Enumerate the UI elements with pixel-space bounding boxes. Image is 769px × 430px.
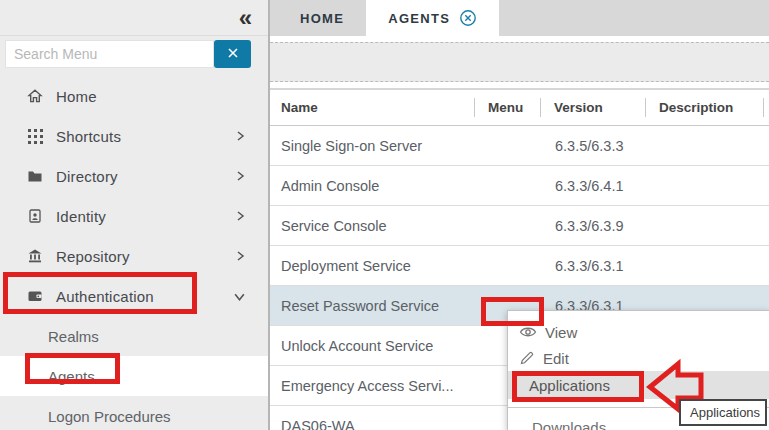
sidebar-item-logon-procedures[interactable]: Logon Procedures: [0, 396, 268, 430]
agent-name: Reset Password Service: [270, 298, 474, 314]
context-menu-label: Downloads: [532, 419, 606, 430]
context-menu-item-edit[interactable]: Edit: [508, 345, 769, 371]
app-window: « Home Shortcuts: [0, 0, 769, 430]
grid-icon: [27, 128, 43, 144]
tooltip: Applications: [679, 399, 767, 426]
annotation-box-authentication: [3, 272, 197, 314]
tab-bar: HOME AGENTS: [270, 0, 769, 36]
agent-version: 6.3.3/6.3.9: [540, 218, 769, 234]
chevron-down-icon: [233, 290, 246, 303]
column-header-menu[interactable]: Menu: [474, 90, 540, 125]
tab-agents[interactable]: AGENTS: [366, 0, 499, 36]
sidebar-item-label: Repository: [56, 248, 221, 265]
tooltip-text: Applications: [690, 405, 760, 420]
agent-name: Emergency Access Servi...: [270, 378, 474, 394]
column-header-name[interactable]: Name: [270, 90, 474, 125]
sidebar-item-repository[interactable]: Repository: [0, 236, 268, 276]
column-header-spacer: [763, 90, 769, 125]
agent-name: Admin Console: [270, 178, 474, 194]
sidebar-item-label: Identity: [56, 208, 221, 225]
bank-icon: [27, 248, 43, 264]
folder-icon: [27, 168, 43, 184]
chevron-right-icon: [234, 130, 246, 142]
annotation-box-agents: [25, 353, 120, 384]
tab-label: HOME: [300, 11, 344, 26]
column-header-description[interactable]: Description: [645, 90, 763, 125]
agent-name: Single Sign-on Server: [270, 138, 474, 154]
context-menu-item-view[interactable]: View: [508, 319, 769, 345]
annotation-box-row-menu: [481, 297, 544, 326]
chevron-right-icon: [234, 210, 246, 222]
sidebar-item-label: Shortcuts: [56, 128, 221, 145]
context-menu-label: Edit: [543, 350, 569, 367]
id-badge-icon: [27, 208, 43, 224]
agent-name: Service Console: [270, 218, 474, 234]
sidebar-item-directory[interactable]: Directory: [0, 156, 268, 196]
agent-name: DAS06-WA: [270, 418, 474, 430]
table-header: Name Menu Version Description: [270, 88, 769, 126]
sidebar-item-label: Directory: [56, 168, 221, 185]
tab-home[interactable]: HOME: [278, 0, 366, 36]
chevron-right-icon: [234, 170, 246, 182]
clear-search-button[interactable]: [214, 40, 251, 68]
context-menu-label: View: [545, 324, 577, 341]
sidebar-item-home[interactable]: Home: [0, 76, 268, 116]
table-row[interactable]: Service Console 6.3.3/6.3.9: [270, 206, 769, 246]
sidebar-item-identity[interactable]: Identity: [0, 196, 268, 236]
annotation-box-applications: [512, 371, 644, 402]
collapse-sidebar-icon[interactable]: «: [239, 2, 252, 34]
sidebar-header: «: [0, 0, 268, 36]
close-icon: [227, 47, 239, 59]
table-row[interactable]: Deployment Service 6.3.3/6.3.1: [270, 246, 769, 286]
eye-icon: [519, 325, 537, 339]
table-row[interactable]: Single Sign-on Server 6.3.5/6.3.3: [270, 126, 769, 166]
column-header-version[interactable]: Version: [540, 90, 645, 125]
sidebar-item-realms[interactable]: Realms: [0, 316, 268, 356]
close-tab-icon[interactable]: [459, 9, 477, 27]
table-row[interactable]: Admin Console 6.3.3/6.4.1: [270, 166, 769, 206]
sidebar-subitem-label: Logon Procedures: [48, 408, 171, 425]
tab-label: AGENTS: [388, 11, 450, 26]
sidebar-subitem-label: Realms: [48, 328, 99, 345]
toolbar: [270, 42, 769, 82]
agent-name: Deployment Service: [270, 258, 474, 274]
search-input[interactable]: [5, 40, 214, 68]
agent-version: 6.3.5/6.3.3: [540, 138, 769, 154]
agent-name: Unlock Account Service: [270, 338, 474, 354]
sidebar-search-row: [0, 40, 268, 68]
home-icon: [27, 88, 43, 104]
agent-version: 6.3.3/6.3.1: [540, 258, 769, 274]
sidebar-item-label: Home: [56, 88, 246, 105]
pencil-icon: [519, 350, 535, 366]
chevron-right-icon: [234, 250, 246, 262]
sidebar-item-shortcuts[interactable]: Shortcuts: [0, 116, 268, 156]
agent-version: 6.3.3/6.4.1: [540, 178, 769, 194]
